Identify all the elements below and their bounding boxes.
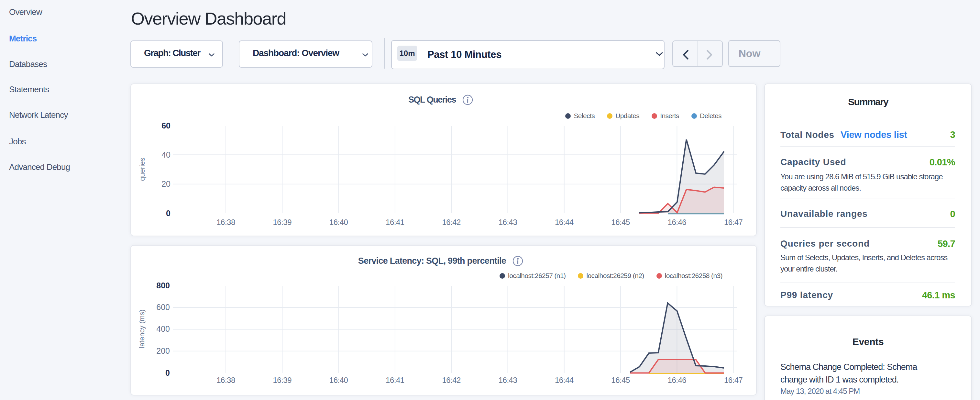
svg-text:16:44: 16:44	[555, 218, 574, 226]
svg-text:20: 20	[161, 179, 170, 188]
svg-text:200: 200	[156, 346, 170, 355]
svg-text:16:47: 16:47	[724, 218, 743, 226]
svg-text:16:47: 16:47	[724, 376, 743, 384]
svg-text:40: 40	[161, 150, 170, 159]
svg-text:16:38: 16:38	[216, 376, 235, 384]
svg-text:16:39: 16:39	[273, 218, 292, 226]
svg-text:16:42: 16:42	[442, 218, 461, 226]
svg-text:0: 0	[165, 368, 170, 377]
svg-text:16:38: 16:38	[216, 218, 235, 226]
svg-text:16:41: 16:41	[386, 218, 404, 226]
svg-text:60: 60	[161, 121, 170, 130]
svg-text:16:41: 16:41	[386, 376, 404, 384]
svg-text:16:43: 16:43	[499, 218, 517, 226]
svg-text:16:43: 16:43	[499, 376, 517, 384]
svg-text:0: 0	[166, 209, 170, 218]
svg-text:16:42: 16:42	[442, 376, 461, 384]
svg-text:400: 400	[156, 324, 170, 333]
svg-text:16:40: 16:40	[329, 376, 348, 384]
svg-text:600: 600	[156, 303, 170, 312]
svg-text:800: 800	[156, 281, 170, 290]
svg-text:16:39: 16:39	[273, 376, 292, 384]
svg-text:16:45: 16:45	[611, 376, 630, 384]
svg-text:latency (ms): latency (ms)	[138, 309, 146, 348]
svg-text:queries: queries	[138, 158, 146, 181]
svg-text:16:46: 16:46	[668, 376, 687, 384]
svg-text:16:46: 16:46	[668, 218, 687, 226]
svg-text:16:44: 16:44	[555, 376, 574, 384]
svg-text:16:45: 16:45	[611, 218, 630, 226]
svg-text:16:40: 16:40	[329, 218, 348, 226]
